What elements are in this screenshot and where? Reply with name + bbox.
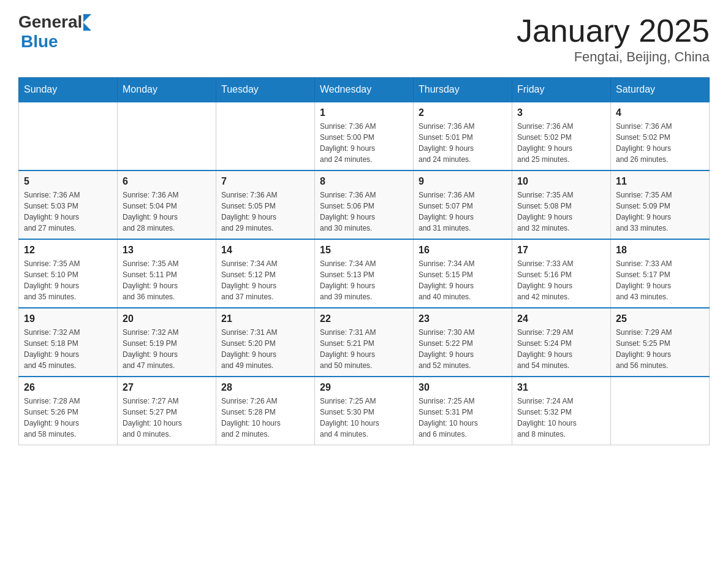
day-info: Sunrise: 7:32 AMSunset: 5:18 PMDaylight:… (24, 327, 112, 371)
calendar-cell: 10Sunrise: 7:35 AMSunset: 5:08 PMDayligh… (512, 170, 611, 239)
calendar-cell: 11Sunrise: 7:35 AMSunset: 5:09 PMDayligh… (611, 170, 710, 239)
day-info: Sunrise: 7:35 AMSunset: 5:08 PMDaylight:… (517, 190, 605, 234)
day-number: 25 (616, 313, 704, 324)
day-info: Sunrise: 7:36 AMSunset: 5:07 PMDaylight:… (419, 190, 507, 234)
day-number: 1 (320, 107, 408, 118)
calendar-title: January 2025 (517, 12, 710, 49)
page-header: General Blue January 2025 Fengtai, Beiji… (18, 12, 710, 65)
day-number: 5 (24, 176, 112, 187)
day-info: Sunrise: 7:32 AMSunset: 5:19 PMDaylight:… (123, 327, 211, 371)
logo-general-text: General (18, 12, 82, 32)
day-number: 31 (517, 382, 605, 393)
day-number: 27 (123, 382, 211, 393)
day-number: 14 (221, 245, 309, 256)
day-number: 3 (517, 107, 605, 118)
calendar-cell: 24Sunrise: 7:29 AMSunset: 5:24 PMDayligh… (512, 308, 611, 377)
day-number: 20 (123, 313, 211, 324)
calendar-cell: 12Sunrise: 7:35 AMSunset: 5:10 PMDayligh… (19, 239, 118, 308)
day-info: Sunrise: 7:25 AMSunset: 5:30 PMDaylight:… (320, 396, 408, 440)
day-header-friday: Friday (512, 78, 611, 102)
week-row-3: 12Sunrise: 7:35 AMSunset: 5:10 PMDayligh… (19, 239, 710, 308)
day-info: Sunrise: 7:36 AMSunset: 5:00 PMDaylight:… (320, 121, 408, 165)
day-number: 11 (616, 176, 704, 187)
calendar-cell: 5Sunrise: 7:36 AMSunset: 5:03 PMDaylight… (19, 170, 118, 239)
calendar-cell: 29Sunrise: 7:25 AMSunset: 5:30 PMDayligh… (315, 377, 414, 445)
day-number: 6 (123, 176, 211, 187)
calendar-cell: 6Sunrise: 7:36 AMSunset: 5:04 PMDaylight… (118, 170, 216, 239)
day-number: 9 (419, 176, 507, 187)
logo-blue-text: Blue (21, 32, 58, 52)
day-number: 26 (24, 382, 112, 393)
day-number: 30 (419, 382, 507, 393)
calendar-cell: 7Sunrise: 7:36 AMSunset: 5:05 PMDaylight… (216, 170, 315, 239)
calendar-cell: 13Sunrise: 7:35 AMSunset: 5:11 PMDayligh… (118, 239, 216, 308)
calendar-cell: 14Sunrise: 7:34 AMSunset: 5:12 PMDayligh… (216, 239, 315, 308)
calendar-cell: 26Sunrise: 7:28 AMSunset: 5:26 PMDayligh… (19, 377, 118, 445)
day-info: Sunrise: 7:36 AMSunset: 5:01 PMDaylight:… (419, 121, 507, 165)
day-info: Sunrise: 7:36 AMSunset: 5:04 PMDaylight:… (123, 190, 211, 234)
day-number: 28 (221, 382, 309, 393)
logo: General Blue (18, 12, 91, 52)
day-info: Sunrise: 7:35 AMSunset: 5:10 PMDaylight:… (24, 258, 112, 302)
day-info: Sunrise: 7:29 AMSunset: 5:24 PMDaylight:… (517, 327, 605, 371)
day-info: Sunrise: 7:36 AMSunset: 5:02 PMDaylight:… (616, 121, 704, 165)
day-number: 2 (419, 107, 507, 118)
calendar-cell (118, 102, 216, 170)
calendar-subtitle: Fengtai, Beijing, China (517, 49, 710, 65)
calendar-cell: 18Sunrise: 7:33 AMSunset: 5:17 PMDayligh… (611, 239, 710, 308)
day-info: Sunrise: 7:34 AMSunset: 5:15 PMDaylight:… (419, 258, 507, 302)
day-header-sunday: Sunday (19, 78, 118, 102)
day-number: 4 (616, 107, 704, 118)
day-info: Sunrise: 7:36 AMSunset: 5:03 PMDaylight:… (24, 190, 112, 234)
day-number: 21 (221, 313, 309, 324)
calendar-cell: 28Sunrise: 7:26 AMSunset: 5:28 PMDayligh… (216, 377, 315, 445)
day-info: Sunrise: 7:34 AMSunset: 5:12 PMDaylight:… (221, 258, 309, 302)
day-number: 18 (616, 245, 704, 256)
calendar-cell: 25Sunrise: 7:29 AMSunset: 5:25 PMDayligh… (611, 308, 710, 377)
day-number: 8 (320, 176, 408, 187)
week-row-5: 26Sunrise: 7:28 AMSunset: 5:26 PMDayligh… (19, 377, 710, 445)
day-number: 17 (517, 245, 605, 256)
day-number: 12 (24, 245, 112, 256)
calendar-cell: 3Sunrise: 7:36 AMSunset: 5:02 PMDaylight… (512, 102, 611, 170)
calendar-cell: 23Sunrise: 7:30 AMSunset: 5:22 PMDayligh… (414, 308, 512, 377)
day-number: 13 (123, 245, 211, 256)
day-number: 15 (320, 245, 408, 256)
day-info: Sunrise: 7:25 AMSunset: 5:31 PMDaylight:… (419, 396, 507, 440)
calendar-cell: 15Sunrise: 7:34 AMSunset: 5:13 PMDayligh… (315, 239, 414, 308)
calendar-cell: 30Sunrise: 7:25 AMSunset: 5:31 PMDayligh… (414, 377, 512, 445)
day-info: Sunrise: 7:36 AMSunset: 5:05 PMDaylight:… (221, 190, 309, 234)
calendar-cell: 17Sunrise: 7:33 AMSunset: 5:16 PMDayligh… (512, 239, 611, 308)
calendar-cell: 8Sunrise: 7:36 AMSunset: 5:06 PMDaylight… (315, 170, 414, 239)
day-info: Sunrise: 7:36 AMSunset: 5:02 PMDaylight:… (517, 121, 605, 165)
day-info: Sunrise: 7:34 AMSunset: 5:13 PMDaylight:… (320, 258, 408, 302)
day-number: 7 (221, 176, 309, 187)
week-row-4: 19Sunrise: 7:32 AMSunset: 5:18 PMDayligh… (19, 308, 710, 377)
calendar-cell: 9Sunrise: 7:36 AMSunset: 5:07 PMDaylight… (414, 170, 512, 239)
day-info: Sunrise: 7:28 AMSunset: 5:26 PMDaylight:… (24, 396, 112, 440)
calendar-cell: 4Sunrise: 7:36 AMSunset: 5:02 PMDaylight… (611, 102, 710, 170)
calendar-cell: 27Sunrise: 7:27 AMSunset: 5:27 PMDayligh… (118, 377, 216, 445)
day-header-saturday: Saturday (611, 78, 710, 102)
calendar-cell (611, 377, 710, 445)
day-info: Sunrise: 7:35 AMSunset: 5:11 PMDaylight:… (123, 258, 211, 302)
day-number: 24 (517, 313, 605, 324)
calendar-cell: 16Sunrise: 7:34 AMSunset: 5:15 PMDayligh… (414, 239, 512, 308)
day-info: Sunrise: 7:31 AMSunset: 5:21 PMDaylight:… (320, 327, 408, 371)
calendar-cell: 2Sunrise: 7:36 AMSunset: 5:01 PMDaylight… (414, 102, 512, 170)
calendar-cell: 20Sunrise: 7:32 AMSunset: 5:19 PMDayligh… (118, 308, 216, 377)
day-header-wednesday: Wednesday (315, 78, 414, 102)
day-number: 29 (320, 382, 408, 393)
calendar-cell: 21Sunrise: 7:31 AMSunset: 5:20 PMDayligh… (216, 308, 315, 377)
day-info: Sunrise: 7:29 AMSunset: 5:25 PMDaylight:… (616, 327, 704, 371)
day-info: Sunrise: 7:24 AMSunset: 5:32 PMDaylight:… (517, 396, 605, 440)
day-info: Sunrise: 7:33 AMSunset: 5:17 PMDaylight:… (616, 258, 704, 302)
day-info: Sunrise: 7:35 AMSunset: 5:09 PMDaylight:… (616, 190, 704, 234)
day-number: 22 (320, 313, 408, 324)
day-header-tuesday: Tuesday (216, 78, 315, 102)
calendar-cell: 1Sunrise: 7:36 AMSunset: 5:00 PMDaylight… (315, 102, 414, 170)
calendar-cell (19, 102, 118, 170)
calendar-cell: 22Sunrise: 7:31 AMSunset: 5:21 PMDayligh… (315, 308, 414, 377)
day-info: Sunrise: 7:27 AMSunset: 5:27 PMDaylight:… (123, 396, 211, 440)
day-header-monday: Monday (118, 78, 216, 102)
